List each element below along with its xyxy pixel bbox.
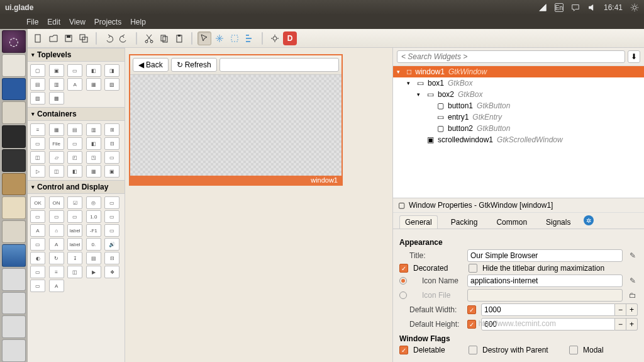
palette-widget[interactable]: ▭ [30,137,45,150]
default-height-checkbox[interactable]: ✓ [467,320,476,329]
palette-widget[interactable]: ⊟ [104,137,119,150]
keyboard-indicator[interactable]: En [555,3,564,12]
palette-widget[interactable]: label [67,224,82,237]
palette-widget[interactable]: ▭ [67,64,82,77]
open-icon[interactable] [47,31,60,45]
palette-widget[interactable]: ⌂ [49,224,64,237]
default-width-checkbox[interactable]: ✓ [467,305,476,314]
messages-icon[interactable] [571,3,580,12]
clock[interactable]: 16:41 [604,3,623,12]
palette-widget[interactable]: ≡ [30,123,45,136]
palette-widget[interactable]: ▦ [49,123,64,136]
palette-widget[interactable]: A [30,224,45,237]
save-as-icon[interactable] [77,31,91,45]
redo-icon[interactable] [117,31,131,45]
palette-widget[interactable]: ◳ [86,151,101,164]
drag-resize-icon[interactable] [213,31,226,45]
palette-section-toplevels[interactable]: Toplevels [28,48,125,62]
palette-widget[interactable]: ▧ [104,78,119,91]
palette-widget[interactable]: ◧ [67,165,82,178]
spin-plus-icon[interactable]: + [626,303,638,316]
dash-home-icon[interactable]: ◌ [2,30,26,53]
palette-widget[interactable]: 0. [86,238,101,251]
search-dropdown-icon[interactable]: ⬇ [628,50,640,63]
launcher-item-4[interactable] [2,315,26,338]
tab-general[interactable]: General [399,215,438,229]
palette-widget[interactable]: ▭ [30,238,45,251]
palette-widget[interactable]: ◨ [104,64,119,77]
search-widgets-input[interactable] [397,50,625,63]
launcher-firefox[interactable] [2,78,26,101]
palette-widget[interactable]: ↧ [67,252,82,264]
a11y-icon[interactable]: ✲ [584,215,594,225]
icon-file-radio[interactable] [399,291,407,299]
margin-edit-icon[interactable] [228,31,242,45]
launcher-notes[interactable] [2,196,26,219]
palette-widget[interactable]: ⊟ [104,252,119,264]
launcher-writer[interactable] [2,101,26,124]
palette-widget[interactable]: ◰ [67,151,82,164]
launcher-item-2[interactable] [2,268,26,291]
new-icon[interactable] [31,31,45,45]
palette-widget[interactable]: ▶ [86,266,101,278]
palette-widget[interactable]: ▭ [67,137,82,150]
gear-icon[interactable] [630,3,639,12]
palette-widget[interactable]: ▭ [104,196,119,209]
palette-widget[interactable]: 🔊 [104,238,119,251]
launcher-item-5[interactable] [2,339,26,362]
title-field[interactable] [467,249,623,262]
design-entry1[interactable] [219,58,339,72]
icon-name-field[interactable] [467,274,623,287]
palette-widget[interactable]: ☑ [67,196,82,209]
palette-widget[interactable]: A [67,78,82,91]
menu-help[interactable]: Help [130,18,146,26]
preferences-icon[interactable] [268,31,282,45]
palette-widget[interactable]: ▥ [49,78,64,91]
palette-widget[interactable]: ▭ [30,280,45,292]
edit-icon[interactable]: ✎ [628,276,638,285]
menu-view[interactable]: View [69,18,86,26]
palette-widget[interactable]: ▭ [104,151,119,164]
palette-widget[interactable]: ▥ [86,123,101,136]
tab-common[interactable]: Common [491,215,533,229]
palette-widget[interactable]: ▷ [30,165,45,178]
default-height-field[interactable] [481,318,615,331]
hide-titlebar-checkbox[interactable] [469,264,477,273]
destroy-with-parent-checkbox[interactable] [469,346,477,354]
palette-widget[interactable]: ≡ [49,266,64,278]
selector-tool-icon[interactable] [197,31,211,45]
tree-row-scrolledwindow1[interactable]: ▣scrolledwindow1GtkScrolledWindow [393,134,644,145]
palette-widget[interactable]: A [49,238,64,251]
palette-widget[interactable]: A [49,280,64,292]
menu-edit[interactable]: Edit [47,18,60,26]
palette-widget[interactable]: label [67,238,82,251]
palette-widget[interactable]: ▣ [104,165,119,178]
design-window1[interactable]: ◀Back ↻Refresh window1 [129,54,343,186]
design-button1[interactable]: ◀Back [133,58,169,72]
cut-icon[interactable] [142,31,156,45]
launcher-item-3[interactable] [2,292,26,315]
devhelp-icon[interactable]: D [283,31,297,45]
volume-icon[interactable] [587,3,596,12]
copy-icon[interactable] [157,31,171,45]
palette-widget[interactable]: ▱ [49,151,64,164]
palette-widget[interactable]: ▭ [67,210,82,223]
expander-icon[interactable]: ▾ [407,80,413,86]
deletable-checkbox[interactable]: ✓ [399,346,408,354]
tree-row-window1[interactable]: ▾□window1GtkWindow [393,66,644,77]
palette-widget[interactable]: ▩ [49,92,64,105]
palette-section-containers[interactable]: Containers [28,107,125,121]
palette-widget[interactable]: ▨ [30,92,45,105]
paste-icon[interactable] [172,31,186,45]
undo-icon[interactable] [102,31,116,45]
palette-widget[interactable]: ▦ [86,165,101,178]
palette-widget[interactable]: ◫ [49,165,64,178]
tree-row-box1[interactable]: ▾▭box1GtkBox [393,77,644,89]
palette-widget[interactable]: OK [30,196,45,209]
palette-widget[interactable]: ⊞ [104,123,119,136]
tree-row-button1[interactable]: ▢button1GtkButton [393,100,644,111]
icon-name-radio[interactable] [399,277,407,285]
palette-widget[interactable]: File [49,137,64,150]
palette-widget[interactable]: ▭ [30,266,45,278]
palette-widget[interactable]: ◧ [86,64,101,77]
